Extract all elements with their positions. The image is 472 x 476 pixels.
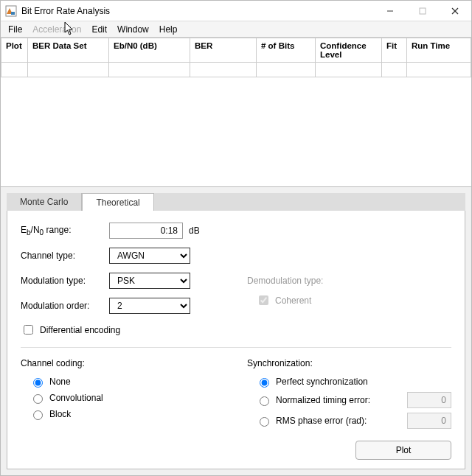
sync-norm-radio[interactable]: [260, 396, 269, 406]
channel-type-select[interactable]: AWGN: [109, 248, 190, 264]
config-panel: Monte Carlo Theoretical Eb/N0 range: dB …: [1, 187, 471, 475]
menu-help[interactable]: Help: [155, 23, 182, 36]
separator: [21, 347, 451, 348]
sync-label: Synchronization:: [247, 358, 451, 368]
tab-content-theoretical: Eb/N0 range: dB Channel type: AWGN Modul…: [7, 211, 465, 469]
svg-rect-3: [420, 8, 426, 14]
row-cc-block: Block: [30, 408, 225, 420]
col-runtime[interactable]: Run Time: [407, 38, 471, 63]
menu-window[interactable]: Window: [113, 23, 153, 36]
ebn0-range-input[interactable]: [109, 223, 183, 239]
table-header-row: Plot BER Data Set Eb/N0 (dB) BER # of Bi…: [1, 38, 471, 63]
tab-monte-carlo[interactable]: Monte Carlo: [7, 193, 82, 211]
mod-order-select[interactable]: 2: [109, 298, 190, 314]
channel-coding-label: Channel coding:: [21, 358, 225, 368]
cc-conv-label: Convolutional: [49, 393, 103, 403]
maximize-button[interactable]: [406, 1, 439, 21]
coherent-label: Coherent: [275, 295, 311, 306]
demod-type-label: Demodulation type:: [247, 276, 451, 286]
ebn0-label: Eb/N0 range:: [21, 225, 109, 237]
col-ebn0[interactable]: Eb/N0 (dB): [109, 38, 190, 63]
sync-norm-label: Normalized timing error:: [276, 395, 370, 405]
col-conf[interactable]: Confidence Level: [316, 38, 382, 63]
results-table-wrap: Plot BER Data Set Eb/N0 (dB) BER # of Bi…: [1, 38, 471, 187]
row-mod-order: Modulation order: 2: [21, 298, 225, 314]
sync-norm-input: [407, 392, 451, 408]
diff-encoding-label: Differential encoding: [40, 325, 120, 335]
minimize-button[interactable]: [374, 1, 406, 21]
sync-rms-label: RMS phase error (rad):: [276, 416, 367, 426]
row-cc-conv: Convolutional: [30, 392, 225, 404]
menu-edit[interactable]: Edit: [87, 23, 111, 36]
row-cc-none: None: [30, 376, 225, 388]
col-plot[interactable]: Plot: [1, 38, 28, 63]
channel-type-label: Channel type:: [21, 251, 109, 261]
results-table: Plot BER Data Set Eb/N0 (dB) BER # of Bi…: [1, 38, 471, 77]
menu-file[interactable]: File: [4, 23, 27, 36]
row-sync-rms: RMS phase error (rad):: [256, 413, 451, 429]
cc-block-radio[interactable]: [33, 410, 43, 420]
row-mod-type: Modulation type: PSK: [21, 273, 225, 289]
footer: Plot: [21, 433, 451, 460]
col-fit[interactable]: Fit: [382, 38, 407, 63]
row-diff-encoding: Differential encoding: [21, 323, 225, 337]
coherent-checkbox: [259, 295, 268, 305]
plot-button[interactable]: Plot: [355, 441, 451, 460]
tab-theoretical[interactable]: Theoretical: [82, 193, 153, 211]
menubar: File Acceleration Edit Window Help: [1, 21, 471, 38]
col-dataset[interactable]: BER Data Set: [28, 38, 109, 63]
cc-conv-radio[interactable]: [33, 394, 43, 404]
col-ber[interactable]: BER: [190, 38, 257, 63]
diff-encoding-checkbox[interactable]: [24, 325, 33, 335]
titlebar: Bit Error Rate Analysis: [1, 1, 471, 21]
cc-block-label: Block: [49, 409, 71, 419]
mod-type-select[interactable]: PSK: [109, 273, 190, 289]
close-button[interactable]: [439, 1, 471, 21]
row-channel-type: Channel type: AWGN: [21, 248, 451, 264]
sync-perfect-label: Perfect synchronization: [276, 377, 368, 387]
window-title: Bit Error Rate Analysis: [21, 6, 110, 16]
col-bits[interactable]: # of Bits: [257, 38, 316, 63]
app-icon: [5, 5, 17, 17]
svg-rect-1: [11, 12, 15, 15]
menu-acceleration: Acceleration: [28, 23, 86, 36]
sync-rms-radio[interactable]: [260, 417, 269, 427]
row-coherent: Coherent: [256, 293, 451, 307]
ebn0-unit: dB: [189, 225, 200, 236]
sync-perfect-radio[interactable]: [260, 378, 269, 388]
app-window: Bit Error Rate Analysis File Acceleratio…: [0, 0, 472, 476]
row-sync-norm: Normalized timing error:: [256, 392, 451, 408]
row-ebn0: Eb/N0 range: dB: [21, 223, 451, 239]
mod-order-label: Modulation order:: [21, 301, 109, 311]
table-row[interactable]: [1, 63, 471, 77]
row-sync-perfect: Perfect synchronization: [256, 376, 451, 388]
tab-bar: Monte Carlo Theoretical: [7, 193, 465, 211]
mod-type-label: Modulation type:: [21, 276, 109, 286]
cc-none-radio[interactable]: [33, 378, 43, 388]
cc-none-label: None: [49, 377, 71, 387]
sync-rms-input: [407, 413, 451, 429]
